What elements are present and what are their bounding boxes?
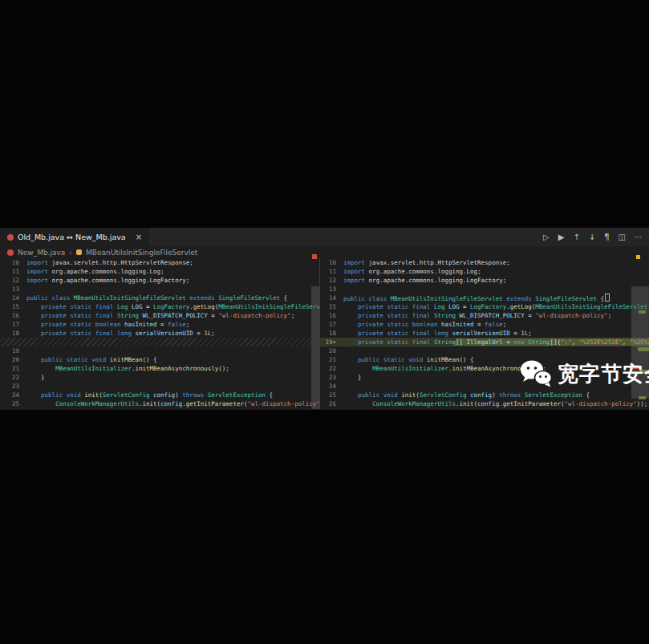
code-text: private static final String[] IllegalUrl…	[336, 338, 649, 346]
overview-ruler-mark	[638, 347, 649, 351]
original-pane: 10import javax.servlet.http.HttpServletR…	[0, 258, 319, 410]
diff-filler-row[interactable]	[0, 338, 319, 346]
code-text: import org.apache.commons.logging.Log;	[336, 267, 481, 276]
code-line[interactable]: 12import org.apache.commons.logging.LogF…	[0, 276, 319, 285]
code-line[interactable]: 14public class MBeanUtilsInitSingleFileS…	[320, 294, 649, 302]
line-number[interactable]: 21	[0, 364, 19, 373]
line-number[interactable]: 26	[320, 399, 336, 408]
line-number[interactable]: 14	[0, 294, 19, 302]
split-editor-icon[interactable]: ◫	[619, 233, 626, 241]
code-text: public void init(ServletConfig config) t…	[336, 391, 590, 399]
next-change-icon[interactable]: ↓	[589, 233, 595, 241]
line-number[interactable]: 19	[0, 346, 19, 355]
code-line[interactable]: 10import javax.servlet.http.HttpServletR…	[320, 258, 649, 267]
code-line[interactable]: 14public class MBeanUtilsInitSingleFileS…	[0, 294, 319, 302]
run-or-debug-icon[interactable]: ▶	[558, 233, 565, 241]
line-number[interactable]: 23	[320, 373, 336, 382]
line-number[interactable]: 22	[0, 373, 19, 382]
code-line[interactable]: 12import org.apache.commons.logging.LogF…	[320, 276, 649, 285]
code-line[interactable]: 24 public void init(ServletConfig config…	[0, 391, 319, 399]
line-number[interactable]: 22	[320, 364, 336, 373]
left-scrollbar[interactable]	[311, 246, 319, 410]
line-number[interactable]: 16	[320, 311, 336, 320]
code-line[interactable]: 19+ private static final String[] Illega…	[320, 338, 649, 346]
scrollbar-slider[interactable]	[631, 286, 649, 399]
line-number[interactable]: 25	[320, 391, 336, 399]
code-line[interactable]: 24	[320, 382, 649, 391]
code-line[interactable]: 13	[320, 285, 649, 294]
code-line[interactable]: 21 MBeanUtilsInitializer.initMBeanAsynch…	[0, 364, 319, 373]
run-icon[interactable]: ▷	[543, 233, 550, 241]
code-line[interactable]: 10import javax.servlet.http.HttpServletR…	[0, 258, 319, 267]
previous-change-icon[interactable]: ↑	[573, 233, 579, 241]
code-line[interactable]: 13	[0, 285, 319, 294]
code-line[interactable]: 19	[0, 346, 319, 355]
tab-diff-old-new[interactable]: Old_Mb.java ↔ New_Mb.java ×	[0, 228, 149, 246]
code-line[interactable]: 22 }	[0, 373, 319, 382]
code-line[interactable]: 15 private static final Log LOG = LogFac…	[320, 302, 649, 311]
line-number[interactable]: 19+	[320, 338, 336, 346]
code-line[interactable]: 17 private static boolean hasInited = fa…	[0, 320, 319, 329]
line-number[interactable]: 17	[320, 320, 336, 329]
code-text: public static void initMBean() {	[19, 355, 157, 364]
line-number[interactable]: 20	[320, 346, 336, 355]
code-line[interactable]: 11import org.apache.commons.logging.Log;	[320, 267, 649, 276]
code-text: import javax.servlet.http.HttpServletRes…	[19, 258, 193, 267]
code-text: }	[19, 373, 45, 382]
line-number[interactable]: 11	[0, 267, 19, 276]
code-line[interactable]: 16 private static final String WL_DISPAT…	[320, 311, 649, 320]
toggle-whitespace-icon[interactable]: ¶	[604, 233, 609, 241]
line-number[interactable]: 15	[320, 302, 336, 311]
line-number[interactable]: 10	[0, 258, 19, 267]
code-line[interactable]: 26 ConsoleWorkManagerUtils.init(config.g…	[320, 399, 649, 408]
code-text: ConsoleWorkManagerUtils.init(config.getI…	[19, 399, 319, 408]
code-line[interactable]: 18 private static final long serialVersi…	[320, 329, 649, 338]
screenshot-canvas: Old_Mb.java ↔ New_Mb.java × ▷▶↑↓¶◫⋯ New_…	[0, 0, 649, 644]
line-number[interactable]: 24	[0, 391, 19, 399]
line-number[interactable]: 14	[320, 294, 336, 302]
more-actions-icon[interactable]: ⋯	[635, 233, 643, 241]
line-number[interactable]: 25	[0, 399, 19, 408]
breadcrumb-file[interactable]: New_Mb.java	[18, 249, 65, 257]
code-text: import javax.servlet.http.HttpServletRes…	[336, 258, 510, 267]
line-number[interactable]: 18	[0, 329, 19, 338]
diff-view: 10import javax.servlet.http.HttpServletR…	[0, 258, 649, 410]
line-number[interactable]: 13	[0, 285, 19, 294]
code-line[interactable]: 22 MBeanUtilsInitializer.initMBeanAsynch…	[320, 364, 649, 373]
tab-bar: Old_Mb.java ↔ New_Mb.java × ▷▶↑↓¶◫⋯	[0, 228, 649, 246]
line-number[interactable]: 10	[320, 258, 336, 267]
code-line[interactable]: 25 ConsoleWorkManagerUtils.init(config.g…	[0, 399, 319, 408]
line-number[interactable]: 12	[0, 276, 19, 285]
code-line[interactable]: 20 public static void initMBean() {	[0, 355, 319, 364]
text-cursor	[605, 294, 610, 302]
line-number[interactable]: 11	[320, 267, 336, 276]
code-line[interactable]: 16 private static final String WL_DISPAT…	[0, 311, 319, 320]
code-line[interactable]: 11import org.apache.commons.logging.Log;	[0, 267, 319, 276]
code-text	[336, 382, 343, 391]
code-text: import org.apache.commons.logging.LogFac…	[336, 276, 506, 285]
line-number[interactable]: 20	[0, 355, 19, 364]
line-number[interactable]: 21	[320, 355, 336, 364]
code-line[interactable]: 23	[0, 382, 319, 391]
line-number[interactable]: 24	[320, 382, 336, 391]
line-number[interactable]: 17	[0, 320, 19, 329]
line-number[interactable]: 16	[0, 311, 19, 320]
right-scrollbar[interactable]	[631, 246, 649, 410]
code-line[interactable]: 20	[320, 346, 649, 355]
line-number[interactable]: 13	[320, 285, 336, 294]
code-line[interactable]: 15 private static final Log LOG = LogFac…	[0, 302, 319, 311]
code-line[interactable]: 21 public static void initMBean() {	[320, 355, 649, 364]
code-text: public void init(ServletConfig config) t…	[19, 391, 273, 399]
breadcrumb-symbol[interactable]: MBeanUtilsInitSingleFileServlet	[86, 249, 197, 257]
line-number[interactable]: 23	[0, 382, 19, 391]
scrollbar-slider[interactable]	[311, 286, 319, 409]
line-number[interactable]: 18	[320, 329, 336, 338]
close-icon[interactable]: ×	[136, 233, 142, 241]
line-number[interactable]: 15	[0, 302, 19, 311]
code-line[interactable]: 17 private static boolean hasInited = fa…	[320, 320, 649, 329]
code-line[interactable]: 18 private static final long serialVersi…	[0, 329, 319, 338]
line-number[interactable]: 12	[320, 276, 336, 285]
code-line[interactable]: 23 }	[320, 373, 649, 382]
code-line[interactable]: 25 public void init(ServletConfig config…	[320, 391, 649, 399]
chevron-right-icon: ›	[69, 249, 72, 257]
